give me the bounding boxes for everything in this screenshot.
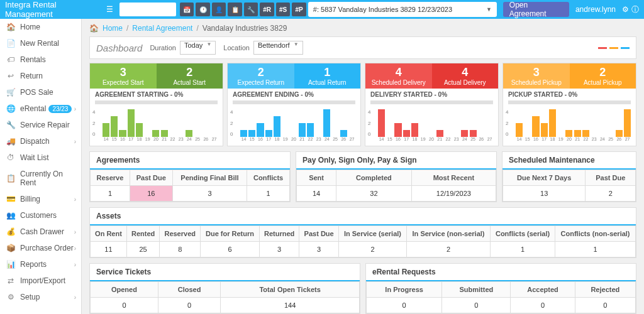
sidebar-item-return[interactable]: ↩ Return: [0, 68, 81, 84]
toolbar-button[interactable]: 📋: [228, 3, 242, 16]
nav-icon: 📋: [6, 174, 15, 183]
stat-card: 2Expected Return 1Actual Return AGREEMEN…: [227, 63, 361, 146]
maintenance-panel: Scheduled MaintenanceDue Next 7 DaysPast…: [502, 151, 636, 202]
sidebar-item-currently-on-rent[interactable]: 📋 Currently On Rent: [0, 166, 81, 191]
toolbar-button[interactable]: 🔧: [244, 3, 258, 16]
nav-icon: 🛒: [6, 88, 15, 97]
chevron-right-icon: ›: [74, 196, 76, 203]
nav-icon: 🔧: [6, 121, 15, 129]
toolbar-button[interactable]: 🕐: [196, 3, 210, 16]
nav-icon: 💳: [6, 195, 15, 203]
sidebar-item-wait-list[interactable]: ⏱ Wait List: [0, 149, 81, 166]
duration-select[interactable]: Today: [180, 41, 216, 55]
nav-icon: ⇄: [6, 276, 15, 285]
sidebar-item-billing[interactable]: 💳 Billing ›: [0, 191, 81, 207]
stat-card: 3Scheduled Pickup 2Actual Pickup PICKUP …: [502, 63, 636, 146]
nav-icon: 📊: [6, 260, 15, 269]
toolbar-button[interactable]: 👤: [212, 3, 226, 16]
nav-icon: 📄: [6, 39, 15, 48]
nav-icon: 🏠: [6, 23, 15, 31]
sidebar-item-customers[interactable]: 👥 Customers: [0, 207, 81, 224]
nav-icon: 💰: [6, 227, 15, 236]
bar-chart: 420 1415161718192021222324252627: [503, 107, 636, 146]
chevron-right-icon: ›: [74, 294, 76, 301]
stat-card: 4Scheduled Delivery 4Actual Delivery DEL…: [365, 63, 499, 146]
nav-icon: ↩: [6, 72, 15, 80]
hamburger-icon[interactable]: ☰: [104, 3, 116, 16]
toolbar-button[interactable]: #R: [260, 3, 274, 16]
sidebar-item-home[interactable]: 🏠 Home: [0, 19, 81, 35]
dashboard-header: Dashboard Duration Today Location Betten…: [89, 36, 636, 59]
nav-icon: 🏷: [6, 55, 15, 64]
sidebar-item-service-repair[interactable]: 🔧 Service Repair: [0, 117, 81, 133]
sidebar-item-setup[interactable]: ⚙ Setup ›: [0, 289, 81, 305]
chevron-right-icon: ›: [74, 138, 76, 145]
chevron-right-icon: ›: [74, 229, 76, 236]
sidebar: 🏠 Home 📄 New Rental 🏷 Rentals ↩ Return 🛒…: [0, 19, 82, 314]
toolbar-button[interactable]: 📅: [180, 3, 194, 16]
agreements-panel: AgreementsReservePast DuePending Final B…: [89, 151, 291, 202]
sidebar-item-purchase-order[interactable]: 📦 Purchase Order ›: [0, 240, 81, 256]
search-input[interactable]: [119, 3, 176, 16]
sidebar-item-new-rental[interactable]: 📄 New Rental: [0, 35, 81, 51]
pay-panel: Pay Only, Sign Only, Pay & SignSentCompl…: [296, 151, 497, 202]
dashboard-title: Dashboard: [96, 43, 142, 53]
nav-icon: 🌐: [6, 104, 15, 113]
color-legend: [598, 47, 630, 49]
sidebar-item-cash-drawer[interactable]: 💰 Cash Drawer ›: [0, 224, 81, 240]
nav-icon: 🚚: [6, 137, 15, 146]
open-agreement-button[interactable]: Open Agreement: [503, 2, 569, 17]
sidebar-item-pos-sale[interactable]: 🛒 POS Sale: [0, 84, 81, 100]
content: 🏠 Home / Rental Agreement / Vandalay Ind…: [82, 19, 644, 314]
toolbar-button[interactable]: #P: [292, 3, 306, 16]
sidebar-item-import/export[interactable]: ⇄ Import/Export: [0, 273, 81, 289]
tickets-panel: Service TicketsOpenedClosedTotal Open Ti…: [89, 263, 360, 314]
bar-chart: 420 1415161718192021222324252627: [365, 107, 498, 146]
toolbar-button[interactable]: #S: [276, 3, 291, 16]
sidebar-item-erental[interactable]: 🌐 eRental 23/23 ›: [0, 100, 81, 117]
nav-icon: ⚙: [6, 293, 15, 301]
sidebar-item-rentals[interactable]: 🏷 Rentals: [0, 51, 81, 68]
location-select[interactable]: Bettendorf: [253, 41, 303, 55]
nav-badge: 23/23: [48, 105, 72, 113]
info-icon[interactable]: ⓘ: [631, 4, 639, 15]
chevron-right-icon: ›: [74, 261, 76, 268]
bar-chart: 420 1415161718192021222324252627: [90, 107, 223, 146]
sidebar-item-dispatch[interactable]: 🚚 Dispatch ›: [0, 133, 81, 149]
gear-icon[interactable]: ⚙: [622, 5, 629, 14]
nav-icon: ⏱: [6, 153, 15, 162]
brand-title: Integra Rental Management: [5, 0, 100, 19]
breadcrumb: 🏠 Home / Rental Agreement / Vandalay Ind…: [89, 24, 636, 33]
nav-icon: 📦: [6, 244, 15, 252]
nav-icon: 👥: [6, 211, 15, 220]
erental-panel: eRental RequestsIn ProgressSubmittedAcce…: [365, 263, 636, 314]
home-icon: 🏠: [89, 24, 99, 33]
username[interactable]: andrew.lynn: [575, 5, 616, 14]
stat-card: 3Expected Start 2Actual Start AGREEMENT …: [89, 63, 223, 146]
crumb-current: Vandalay Industries 3829: [203, 24, 287, 33]
bar-chart: 420 1415161718192021222324252627: [228, 107, 360, 146]
sidebar-item-reports[interactable]: 📊 Reports ›: [0, 256, 81, 273]
chevron-right-icon: ›: [74, 245, 76, 252]
crumb-home[interactable]: Home: [103, 24, 123, 33]
agreement-select[interactable]: #: 5837 Vandalay Industries 3829 12/23/2…: [308, 2, 497, 17]
assets-panel: AssetsOn RentRentedReservedDue for Retur…: [89, 207, 636, 258]
topbar: Integra Rental Management ☰ 📅🕐👤📋🔧#R#S#P …: [0, 0, 644, 19]
chevron-right-icon: ›: [74, 106, 76, 112]
crumb-mid[interactable]: Rental Agreement: [132, 24, 192, 33]
